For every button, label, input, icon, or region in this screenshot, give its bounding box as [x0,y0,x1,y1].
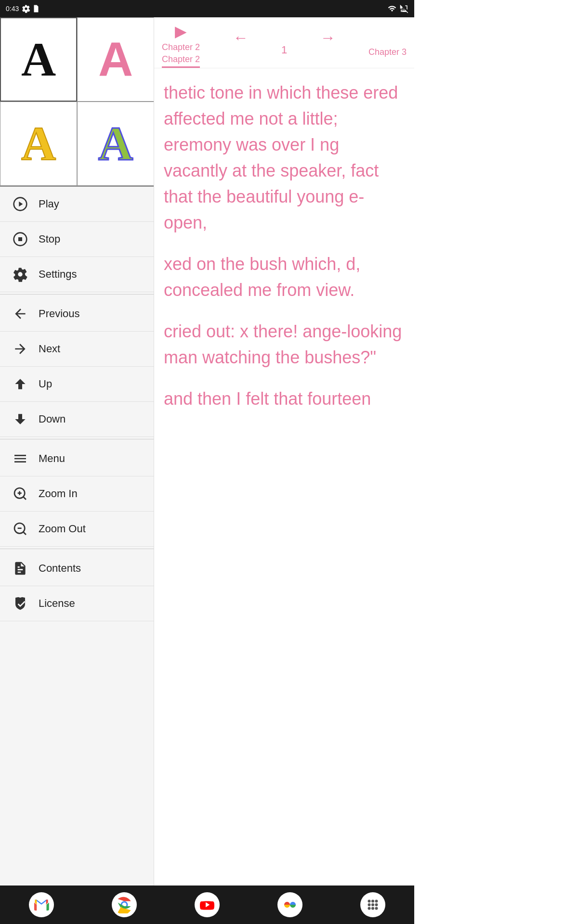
arrow-up-icon [12,375,29,393]
svg-point-23 [375,907,378,910]
chapter-next-info: Chapter 3 [368,22,407,57]
status-left: 0:43 [6,4,42,13]
down-label: Down [39,413,66,425]
font-letter-multicolor: A [98,116,133,171]
svg-rect-3 [18,237,22,241]
gmail-app-icon[interactable] [29,892,54,917]
divider-1 [0,294,154,295]
license-label: License [39,597,75,610]
svg-point-16 [371,900,374,903]
book-paragraph-2: xed on the bush which, d, concealed me f… [164,251,405,303]
apps-launcher-icon[interactable] [360,892,385,917]
svg-marker-1 [19,202,23,207]
sidebar: A A A A Play [0,17,154,886]
time-display: 0:43 [6,5,19,13]
play-icon [12,195,29,213]
previous-label: Previous [39,308,80,320]
menu-item-zoom-out[interactable]: Zoom Out [0,512,154,547]
menu-icon [12,450,29,467]
zoom-out-label: Zoom Out [39,523,86,535]
photos-app-icon[interactable] [277,892,302,917]
settings-label: Settings [39,268,77,281]
svg-point-15 [368,900,371,903]
status-right [387,4,408,13]
bottom-nav [0,886,414,924]
menu-item-down[interactable]: Down [0,402,154,437]
arrow-right-icon [12,340,29,358]
svg-point-22 [371,907,374,910]
status-bar: 0:43 [0,0,414,17]
menu-label: Menu [39,452,65,465]
youtube-app-icon[interactable] [195,892,220,917]
svg-point-21 [368,907,371,910]
chapter-current: ▶ Chapter 2 Chapter 2 [162,22,200,68]
stop-icon [12,231,29,248]
sim-status-icon [33,4,42,13]
wifi-icon [387,4,397,13]
font-cell-multicolor[interactable]: A [77,102,154,186]
chapter-nav: ▶ Chapter 2 Chapter 2 ← 1 → Chapter 3 [154,17,414,68]
divider-2 [0,439,154,439]
chapter-label: Chapter 2 [162,42,200,52]
svg-point-18 [368,903,371,906]
font-cell-yellow[interactable]: A [0,102,77,186]
svg-point-17 [375,900,378,903]
menu-item-play[interactable]: Play [0,187,154,222]
menu-item-menu[interactable]: Menu [0,441,154,476]
settings-status-icon [22,4,30,13]
play-label: Play [39,198,59,210]
svg-point-20 [375,903,378,906]
font-letter-yellow: A [21,116,56,171]
book-text: thetic tone in which these ered affected… [154,68,414,886]
nav-next-arrow[interactable]: → [320,29,336,47]
content-area: ▶ Chapter 2 Chapter 2 ← 1 → Chapter 3 th… [154,17,414,886]
menu-item-previous[interactable]: Previous [0,296,154,332]
license-icon [12,595,29,612]
menu-item-zoom-in[interactable]: Zoom In [0,476,154,512]
chapter-play-icon[interactable]: ▶ [175,22,187,40]
menu-item-settings[interactable]: Settings [0,257,154,292]
svg-line-6 [23,497,26,500]
nav-prev-arrow[interactable]: ← [233,29,248,47]
arrow-left-icon [12,305,29,322]
font-cell-black[interactable]: A [0,17,77,102]
font-grid: A A A A [0,17,154,187]
stop-label: Stop [39,233,60,245]
book-paragraph-1: thetic tone in which these ered affected… [164,80,405,236]
up-label: Up [39,378,52,390]
next-chapter-label: Chapter 3 [368,47,407,57]
font-letter-black: A [21,32,56,87]
page-number: 1 [281,44,287,56]
document-icon [12,560,29,577]
next-label: Next [39,343,60,355]
chapter-sub: Chapter 2 [162,54,200,68]
gear-icon [12,266,29,283]
font-cell-pink[interactable]: A [77,17,154,102]
divider-3 [0,549,154,549]
font-letter-pink: A [98,32,133,87]
main-layout: A A A A Play [0,17,414,886]
menu-items: Play Stop Settings [0,187,154,621]
zoom-out-icon [12,520,29,538]
contents-label: Contents [39,562,81,575]
svg-line-10 [23,532,26,535]
chrome-app-icon[interactable] [112,892,137,917]
zoom-in-label: Zoom In [39,488,78,500]
menu-item-license[interactable]: License [0,586,154,621]
menu-item-stop[interactable]: Stop [0,222,154,257]
book-paragraph-4: and then I felt that fourteen [164,386,405,412]
book-paragraph-3: cried out: x there! ange-looking man wat… [164,319,405,371]
signal-icon [400,4,408,13]
zoom-in-icon [12,485,29,502]
arrow-down-icon [12,411,29,428]
menu-item-contents[interactable]: Contents [0,551,154,586]
menu-item-up[interactable]: Up [0,367,154,402]
menu-item-next[interactable]: Next [0,332,154,367]
svg-point-19 [371,903,374,906]
